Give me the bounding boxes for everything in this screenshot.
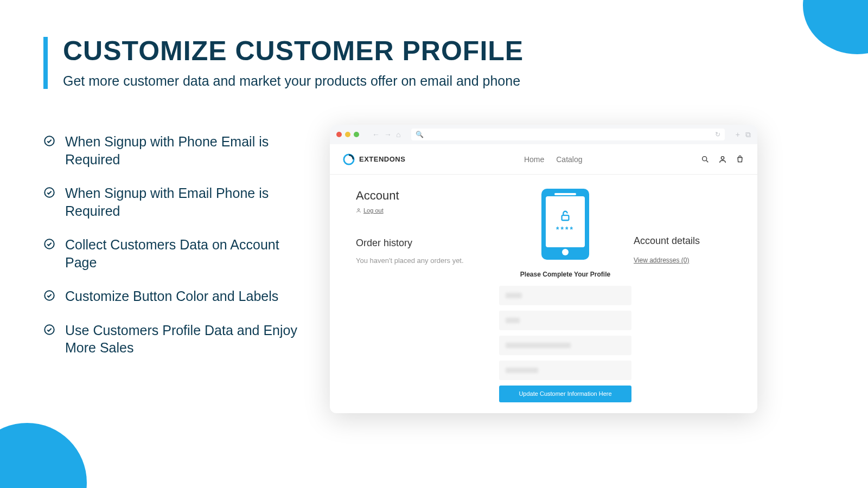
search-icon[interactable] bbox=[701, 155, 710, 164]
browser-actions: + ⧉ bbox=[736, 130, 751, 139]
decorative-blob-bottom bbox=[0, 423, 87, 488]
brand[interactable]: EXTENDONS bbox=[343, 153, 405, 165]
window-close-icon[interactable] bbox=[336, 132, 342, 137]
svg-point-7 bbox=[721, 156, 724, 159]
order-history: Order history You haven't placed any ord… bbox=[356, 237, 497, 265]
brand-logo-icon bbox=[343, 153, 355, 165]
update-button-label: Update Customer Information Here bbox=[519, 390, 611, 397]
user-icon bbox=[356, 208, 361, 213]
nav-home[interactable]: Home bbox=[524, 155, 544, 164]
search-icon: 🔍 bbox=[416, 131, 424, 138]
check-icon bbox=[43, 135, 55, 147]
profile-field-3[interactable] bbox=[499, 336, 631, 355]
check-icon bbox=[43, 238, 55, 250]
phone-home-button bbox=[562, 249, 569, 255]
nav-catalog[interactable]: Catalog bbox=[556, 155, 582, 164]
svg-rect-9 bbox=[562, 215, 569, 220]
refresh-icon[interactable]: ↻ bbox=[715, 131, 720, 138]
feature-text: Customize Button Color and Labels bbox=[65, 287, 278, 305]
svg-point-8 bbox=[358, 209, 359, 210]
account-left-column: Account Log out Order history You haven'… bbox=[356, 189, 497, 402]
feature-text: Use Customers Profile Data and Enjoy Mor… bbox=[65, 322, 309, 357]
decorative-blob-top bbox=[803, 0, 868, 54]
account-title: Account bbox=[356, 189, 497, 203]
feature-text: Collect Customers Data on Account Page bbox=[65, 236, 309, 271]
feature-list: When Signup with Phone Email is Required… bbox=[43, 133, 309, 373]
window-minimize-icon[interactable] bbox=[345, 132, 350, 137]
profile-form bbox=[499, 286, 631, 380]
store-body: Account Log out Order history You haven'… bbox=[330, 175, 757, 413]
phone-screen: **** bbox=[546, 196, 585, 247]
store-header-icons bbox=[701, 155, 744, 164]
order-history-title: Order history bbox=[356, 237, 497, 249]
check-icon bbox=[43, 324, 55, 336]
order-history-empty: You haven't placed any orders yet. bbox=[356, 256, 497, 265]
feature-item: When Signup with Phone Email is Required bbox=[43, 133, 309, 168]
page-title: CUSTOMIZE CUSTOMER PROFILE bbox=[63, 37, 524, 66]
profile-field-1[interactable] bbox=[499, 286, 631, 305]
browser-mockup: ← → ⌂ 🔍 ↻ + ⧉ EXTENDONS Home Catalog bbox=[330, 125, 757, 413]
back-icon[interactable]: ← bbox=[372, 130, 380, 139]
brand-name: EXTENDONS bbox=[359, 155, 405, 163]
logout-label: Log out bbox=[363, 207, 384, 214]
user-icon[interactable] bbox=[718, 155, 727, 164]
profile-field-4[interactable] bbox=[499, 361, 631, 380]
check-icon bbox=[43, 187, 55, 198]
phone-illustration: **** bbox=[541, 189, 589, 260]
home-icon[interactable]: ⌂ bbox=[396, 130, 400, 139]
svg-point-6 bbox=[703, 156, 707, 160]
store-nav: Home Catalog bbox=[524, 155, 583, 164]
view-addresses-link[interactable]: View addresses (0) bbox=[634, 256, 731, 264]
profile-prompt: Please Complete Your Profile bbox=[520, 271, 610, 278]
feature-item: Collect Customers Data on Account Page bbox=[43, 236, 309, 271]
store-header: EXTENDONS Home Catalog bbox=[330, 144, 757, 175]
feature-item: When Signup with Email Phone is Required bbox=[43, 184, 309, 220]
feature-item: Use Customers Profile Data and Enjoy Mor… bbox=[43, 322, 309, 357]
page-header: CUSTOMIZE CUSTOMER PROFILE Get more cust… bbox=[43, 37, 524, 89]
account-right-column: Account details View addresses (0) bbox=[634, 235, 731, 402]
profile-center-column: **** Please Complete Your Profile Update… bbox=[497, 189, 634, 402]
feature-item: Customize Button Color and Labels bbox=[43, 287, 309, 305]
page-subtitle: Get more customer data and market your p… bbox=[63, 73, 524, 89]
logout-link[interactable]: Log out bbox=[356, 207, 497, 214]
browser-nav-buttons: ← → ⌂ bbox=[372, 130, 400, 139]
forward-icon[interactable]: → bbox=[384, 130, 392, 139]
copy-icon[interactable]: ⧉ bbox=[745, 130, 751, 139]
browser-toolbar: ← → ⌂ 🔍 ↻ + ⧉ bbox=[330, 125, 757, 144]
cart-icon[interactable] bbox=[736, 155, 744, 164]
new-tab-icon[interactable]: + bbox=[736, 130, 740, 139]
update-profile-button[interactable]: Update Customer Information Here bbox=[499, 386, 631, 402]
phone-speaker bbox=[554, 193, 576, 195]
profile-field-2[interactable] bbox=[499, 311, 631, 330]
unlock-icon bbox=[559, 210, 571, 222]
url-bar[interactable]: 🔍 ↻ bbox=[411, 129, 724, 140]
window-maximize-icon[interactable] bbox=[354, 132, 359, 137]
password-stars: **** bbox=[556, 225, 575, 234]
feature-text: When Signup with Phone Email is Required bbox=[65, 133, 309, 168]
feature-text: When Signup with Email Phone is Required bbox=[65, 184, 309, 220]
account-details-title: Account details bbox=[634, 235, 731, 247]
check-icon bbox=[43, 290, 55, 301]
